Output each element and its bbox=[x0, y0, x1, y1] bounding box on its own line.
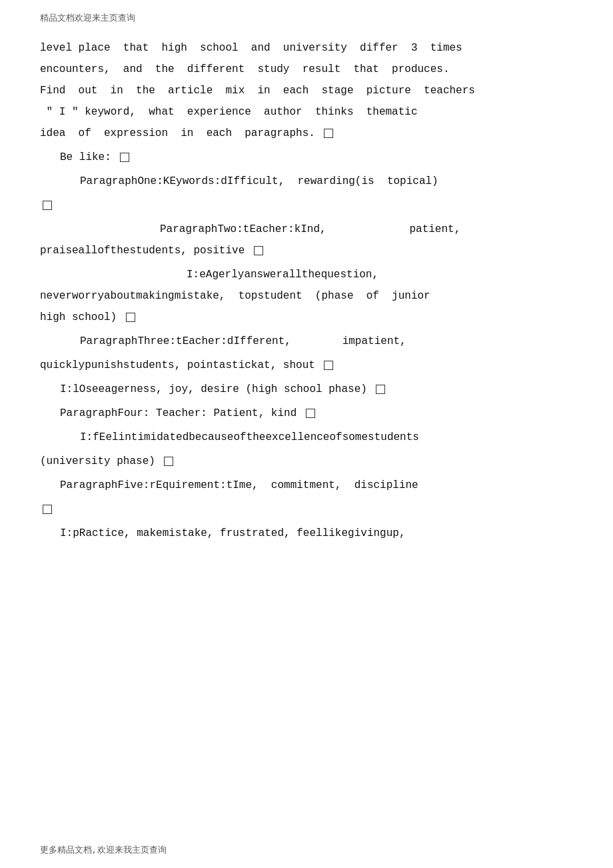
text-line-13: high school) bbox=[40, 307, 573, 328]
checkbox-9 bbox=[164, 457, 173, 466]
text-line-22: I:pRactice, makemistake, frustrated, fee… bbox=[60, 523, 573, 544]
paragraph-block-p2i: I:eAgerlyanswerallthequestion, neverworr… bbox=[40, 264, 573, 328]
paragraph-block-belike: Be like: bbox=[40, 147, 573, 168]
paragraph-block-checkbox3 bbox=[40, 195, 573, 216]
footer-text: 更多精品文档,欢迎来我主页查询 bbox=[40, 845, 167, 855]
checkbox-7 bbox=[376, 385, 385, 394]
paragraph-block-p3: ParagraphThree:tEacher:dIfferent, impati… bbox=[40, 331, 573, 352]
paragraph-block-p2: ParagraphTwo:tEacher:kInd, patient, prai… bbox=[40, 219, 573, 261]
header-text: 精品文档欢迎来主页查询 bbox=[40, 13, 135, 23]
text-line-6: Be like: bbox=[60, 147, 573, 168]
text-line-8 bbox=[40, 195, 573, 216]
text-line-19: (university phase) bbox=[40, 451, 573, 472]
text-line-21 bbox=[40, 499, 573, 520]
paragraph-block-p4i: I:fEelintimidatedbecauseoftheexcellenceo… bbox=[40, 427, 573, 448]
checkbox-5 bbox=[126, 313, 135, 322]
paragraph-block-p5i: I:pRactice, makemistake, frustrated, fee… bbox=[40, 523, 573, 544]
text-line-15: quicklypunishstudents, pointastickat, sh… bbox=[40, 355, 573, 376]
checkbox-3 bbox=[43, 201, 52, 210]
paragraph-block-p5: ParagraphFive:rEquirement:tIme, commitme… bbox=[40, 475, 573, 496]
text-line-4: " I " keyword, what experience author th… bbox=[40, 101, 573, 123]
main-content: level place that high school and univers… bbox=[0, 31, 613, 587]
paragraph-block-p3i: I:lOseeagerness, joy, desire (high schoo… bbox=[40, 379, 573, 400]
text-line-18: I:fEelintimidatedbecauseoftheexcellenceo… bbox=[80, 427, 573, 448]
text-line-2: encounters, and the different study resu… bbox=[40, 59, 573, 80]
paragraph-block-intro: level place that high school and univers… bbox=[40, 37, 573, 144]
text-line-7: ParagraphOne:KEywords:dIfficult, rewardi… bbox=[80, 171, 573, 192]
checkbox-8 bbox=[306, 409, 315, 418]
page-container: 精品文档欢迎来主页查询 level place that high school… bbox=[0, 0, 613, 868]
header-bar: 精品文档欢迎来主页查询 bbox=[0, 0, 613, 31]
text-line-9: ParagraphTwo:tEacher:kInd, patient, bbox=[40, 219, 573, 240]
text-line-16: I:lOseeagerness, joy, desire (high schoo… bbox=[60, 379, 573, 400]
checkbox-6 bbox=[324, 361, 333, 370]
text-line-17: ParagraphFour: Teacher: Patient, kind bbox=[60, 403, 573, 424]
text-line-20: ParagraphFive:rEquirement:tIme, commitme… bbox=[60, 475, 573, 496]
paragraph-block-p4cont: (university phase) bbox=[40, 451, 573, 472]
text-line-14: ParagraphThree:tEacher:dIfferent, impati… bbox=[80, 331, 573, 352]
checkbox-2 bbox=[120, 153, 129, 162]
text-line-11: I:eAgerlyanswerallthequestion, bbox=[40, 264, 573, 285]
text-line-12: neverworryaboutmakingmistake, topstudent… bbox=[40, 285, 573, 307]
paragraph-block-p4: ParagraphFour: Teacher: Patient, kind bbox=[40, 403, 573, 424]
text-line-5: idea of expression in each paragraphs. bbox=[40, 123, 573, 144]
checkbox-4 bbox=[254, 246, 263, 255]
paragraph-block-checkbox10 bbox=[40, 499, 573, 520]
paragraph-block-p3cont: quicklypunishstudents, pointastickat, sh… bbox=[40, 355, 573, 376]
paragraph-block-p1: ParagraphOne:KEywords:dIfficult, rewardi… bbox=[40, 171, 573, 192]
text-line-3: Find out in the article mix in each stag… bbox=[40, 80, 573, 101]
text-line-10: praiseallofthestudents, positive bbox=[40, 240, 573, 261]
checkbox-1 bbox=[324, 129, 333, 138]
checkbox-10 bbox=[43, 505, 52, 514]
footer-bar: 更多精品文档,欢迎来我主页查询 bbox=[0, 837, 613, 868]
text-line-1: level place that high school and univers… bbox=[40, 37, 573, 59]
